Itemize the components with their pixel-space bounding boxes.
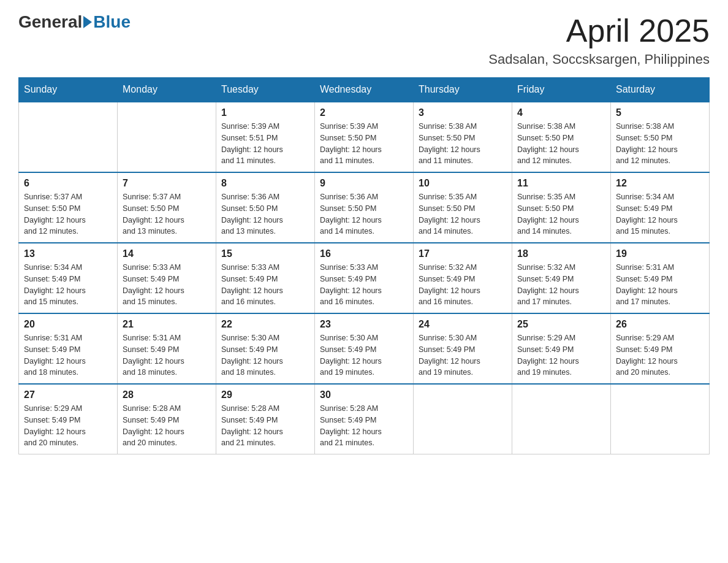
day-info: Sunrise: 5:39 AM Sunset: 5:50 PM Dayligh…	[320, 121, 408, 167]
calendar-body: 1Sunrise: 5:39 AM Sunset: 5:51 PM Daylig…	[19, 102, 710, 454]
day-number: 13	[24, 248, 112, 259]
day-info: Sunrise: 5:36 AM Sunset: 5:50 PM Dayligh…	[221, 191, 309, 237]
day-number: 20	[24, 319, 112, 330]
day-number: 5	[616, 107, 704, 118]
day-info: Sunrise: 5:29 AM Sunset: 5:49 PM Dayligh…	[517, 332, 605, 378]
calendar-header: SundayMondayTuesdayWednesdayThursdayFrid…	[19, 78, 710, 102]
calendar-cell: 14Sunrise: 5:33 AM Sunset: 5:49 PM Dayli…	[118, 243, 216, 313]
day-info: Sunrise: 5:33 AM Sunset: 5:49 PM Dayligh…	[320, 262, 408, 308]
logo: General Blue	[18, 12, 131, 32]
calendar-week-4: 20Sunrise: 5:31 AM Sunset: 5:49 PM Dayli…	[19, 313, 710, 384]
weekday-header-wednesday: Wednesday	[315, 78, 414, 102]
day-number: 7	[123, 178, 211, 189]
day-info: Sunrise: 5:28 AM Sunset: 5:49 PM Dayligh…	[221, 403, 309, 449]
day-info: Sunrise: 5:34 AM Sunset: 5:49 PM Dayligh…	[24, 262, 112, 308]
day-info: Sunrise: 5:35 AM Sunset: 5:50 PM Dayligh…	[517, 191, 605, 237]
day-number: 25	[517, 319, 605, 330]
title-section: April 2025 Sadsalan, Soccsksargen, Phili…	[488, 12, 710, 67]
day-info: Sunrise: 5:38 AM Sunset: 5:50 PM Dayligh…	[517, 121, 605, 167]
day-info: Sunrise: 5:29 AM Sunset: 5:49 PM Dayligh…	[616, 332, 704, 378]
calendar-cell: 10Sunrise: 5:35 AM Sunset: 5:50 PM Dayli…	[414, 172, 512, 243]
day-info: Sunrise: 5:37 AM Sunset: 5:50 PM Dayligh…	[123, 191, 211, 237]
calendar-cell: 30Sunrise: 5:28 AM Sunset: 5:49 PM Dayli…	[315, 384, 414, 454]
calendar-week-3: 13Sunrise: 5:34 AM Sunset: 5:49 PM Dayli…	[19, 243, 710, 313]
day-info: Sunrise: 5:32 AM Sunset: 5:49 PM Dayligh…	[517, 262, 605, 308]
day-info: Sunrise: 5:31 AM Sunset: 5:49 PM Dayligh…	[123, 332, 211, 378]
calendar-cell: 16Sunrise: 5:33 AM Sunset: 5:49 PM Dayli…	[315, 243, 414, 313]
weekday-header-friday: Friday	[512, 78, 611, 102]
day-number: 21	[123, 319, 211, 330]
calendar-cell: 5Sunrise: 5:38 AM Sunset: 5:50 PM Daylig…	[611, 102, 710, 172]
day-info: Sunrise: 5:28 AM Sunset: 5:49 PM Dayligh…	[320, 403, 408, 449]
day-number: 17	[419, 248, 507, 259]
calendar-cell: 26Sunrise: 5:29 AM Sunset: 5:49 PM Dayli…	[611, 313, 710, 384]
calendar-week-2: 6Sunrise: 5:37 AM Sunset: 5:50 PM Daylig…	[19, 172, 710, 243]
day-number: 2	[320, 107, 408, 118]
calendar-cell	[512, 384, 611, 454]
calendar-cell	[611, 384, 710, 454]
day-info: Sunrise: 5:29 AM Sunset: 5:49 PM Dayligh…	[24, 403, 112, 449]
calendar-week-5: 27Sunrise: 5:29 AM Sunset: 5:49 PM Dayli…	[19, 384, 710, 454]
day-info: Sunrise: 5:38 AM Sunset: 5:50 PM Dayligh…	[616, 121, 704, 167]
day-number: 1	[221, 107, 309, 118]
calendar-cell: 13Sunrise: 5:34 AM Sunset: 5:49 PM Dayli…	[19, 243, 118, 313]
day-info: Sunrise: 5:39 AM Sunset: 5:51 PM Dayligh…	[221, 121, 309, 167]
weekday-header-row: SundayMondayTuesdayWednesdayThursdayFrid…	[19, 78, 710, 102]
day-info: Sunrise: 5:31 AM Sunset: 5:49 PM Dayligh…	[616, 262, 704, 308]
day-info: Sunrise: 5:32 AM Sunset: 5:49 PM Dayligh…	[419, 262, 507, 308]
weekday-header-sunday: Sunday	[19, 78, 118, 102]
day-info: Sunrise: 5:37 AM Sunset: 5:50 PM Dayligh…	[24, 191, 112, 237]
calendar-cell: 7Sunrise: 5:37 AM Sunset: 5:50 PM Daylig…	[118, 172, 216, 243]
calendar-cell: 27Sunrise: 5:29 AM Sunset: 5:49 PM Dayli…	[19, 384, 118, 454]
day-info: Sunrise: 5:31 AM Sunset: 5:49 PM Dayligh…	[24, 332, 112, 378]
calendar-cell	[118, 102, 216, 172]
day-number: 29	[221, 389, 309, 400]
day-number: 23	[320, 319, 408, 330]
calendar-cell: 1Sunrise: 5:39 AM Sunset: 5:51 PM Daylig…	[216, 102, 315, 172]
calendar-cell: 2Sunrise: 5:39 AM Sunset: 5:50 PM Daylig…	[315, 102, 414, 172]
day-number: 16	[320, 248, 408, 259]
logo-general-text: General	[18, 12, 82, 32]
day-number: 9	[320, 178, 408, 189]
day-number: 22	[221, 319, 309, 330]
calendar-cell: 21Sunrise: 5:31 AM Sunset: 5:49 PM Dayli…	[118, 313, 216, 384]
weekday-header-thursday: Thursday	[414, 78, 512, 102]
calendar-week-1: 1Sunrise: 5:39 AM Sunset: 5:51 PM Daylig…	[19, 102, 710, 172]
day-info: Sunrise: 5:30 AM Sunset: 5:49 PM Dayligh…	[320, 332, 408, 378]
calendar-cell: 11Sunrise: 5:35 AM Sunset: 5:50 PM Dayli…	[512, 172, 611, 243]
day-number: 18	[517, 248, 605, 259]
day-number: 30	[320, 389, 408, 400]
day-info: Sunrise: 5:36 AM Sunset: 5:50 PM Dayligh…	[320, 191, 408, 237]
calendar-cell: 24Sunrise: 5:30 AM Sunset: 5:49 PM Dayli…	[414, 313, 512, 384]
day-info: Sunrise: 5:28 AM Sunset: 5:49 PM Dayligh…	[123, 403, 211, 449]
calendar-cell: 17Sunrise: 5:32 AM Sunset: 5:49 PM Dayli…	[414, 243, 512, 313]
day-number: 26	[616, 319, 704, 330]
calendar-cell: 29Sunrise: 5:28 AM Sunset: 5:49 PM Dayli…	[216, 384, 315, 454]
day-number: 6	[24, 178, 112, 189]
calendar-cell: 9Sunrise: 5:36 AM Sunset: 5:50 PM Daylig…	[315, 172, 414, 243]
calendar-cell: 6Sunrise: 5:37 AM Sunset: 5:50 PM Daylig…	[19, 172, 118, 243]
day-number: 14	[123, 248, 211, 259]
calendar-cell: 28Sunrise: 5:28 AM Sunset: 5:49 PM Dayli…	[118, 384, 216, 454]
calendar-cell: 22Sunrise: 5:30 AM Sunset: 5:49 PM Dayli…	[216, 313, 315, 384]
calendar-cell: 4Sunrise: 5:38 AM Sunset: 5:50 PM Daylig…	[512, 102, 611, 172]
calendar-cell: 12Sunrise: 5:34 AM Sunset: 5:49 PM Dayli…	[611, 172, 710, 243]
weekday-header-saturday: Saturday	[611, 78, 710, 102]
day-info: Sunrise: 5:35 AM Sunset: 5:50 PM Dayligh…	[419, 191, 507, 237]
location-title: Sadsalan, Soccsksargen, Philippines	[488, 52, 710, 67]
calendar-cell: 20Sunrise: 5:31 AM Sunset: 5:49 PM Dayli…	[19, 313, 118, 384]
logo-arrow-icon	[83, 16, 92, 28]
calendar-cell	[19, 102, 118, 172]
day-info: Sunrise: 5:33 AM Sunset: 5:49 PM Dayligh…	[221, 262, 309, 308]
calendar-cell: 23Sunrise: 5:30 AM Sunset: 5:49 PM Dayli…	[315, 313, 414, 384]
day-number: 15	[221, 248, 309, 259]
calendar-cell: 19Sunrise: 5:31 AM Sunset: 5:49 PM Dayli…	[611, 243, 710, 313]
calendar-cell: 8Sunrise: 5:36 AM Sunset: 5:50 PM Daylig…	[216, 172, 315, 243]
day-number: 8	[221, 178, 309, 189]
day-number: 19	[616, 248, 704, 259]
calendar-cell: 25Sunrise: 5:29 AM Sunset: 5:49 PM Dayli…	[512, 313, 611, 384]
day-info: Sunrise: 5:30 AM Sunset: 5:49 PM Dayligh…	[419, 332, 507, 378]
day-number: 24	[419, 319, 507, 330]
day-number: 10	[419, 178, 507, 189]
day-number: 12	[616, 178, 704, 189]
